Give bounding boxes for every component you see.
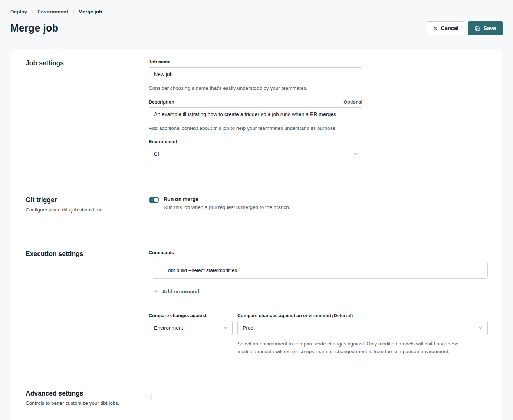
job-settings-heading: Job settings [26,59,149,67]
advanced-settings-heading: Advanced settings [26,390,149,397]
description-label: Description [149,99,174,105]
toggle-knob [154,198,158,202]
close-icon [433,26,438,31]
cancel-button-label: Cancel [441,25,459,31]
execution-settings-heading: Execution settings [26,250,149,258]
job-settings-body: Job name Consider choosing a name that's… [149,59,488,161]
drag-handle-icon[interactable] [157,267,164,273]
description-input[interactable] [149,107,362,121]
job-name-helper: Consider choosing a name that's easily u… [149,85,362,92]
breadcrumb-environment[interactable]: Environment [37,9,68,14]
environment-field-group: Environment CI [149,139,362,161]
command-row[interactable]: dbt build --select state:modified+ [152,262,488,279]
run-on-merge-toggle[interactable] [149,197,159,203]
git-trigger-header: Git trigger Configure when this job shou… [26,196,149,213]
run-on-merge-helper: Run this job when a pull request is merg… [164,204,290,210]
deferral-select[interactable]: Prod [237,321,488,335]
environment-label: Environment [149,139,177,144]
git-trigger-heading: Git trigger [26,196,149,204]
run-on-merge-text: Run on merge Run this job when a pull re… [164,196,290,210]
page-title: Merge job [10,23,58,34]
title-row: Merge job Cancel Save [10,21,503,35]
save-button[interactable]: Save [468,21,503,35]
commands-label: Commands [149,250,488,255]
cancel-button[interactable]: Cancel [426,21,466,35]
breadcrumb: Deploy Environment Merge job [10,9,503,14]
save-icon [475,26,480,31]
job-name-field-group: Job name Consider choosing a name that's… [149,59,362,92]
advanced-settings-subheading: Controls to better customize your dbt jo… [26,400,149,406]
advanced-settings-body [149,395,488,400]
run-on-merge-label: Run on merge [164,196,290,202]
chevron-right-icon [30,10,34,14]
chevron-down-icon [353,152,358,156]
section-git-trigger: Git trigger Configure when this job shou… [11,178,502,232]
execution-settings-header: Execution settings [26,250,149,356]
description-helper: Add additional context about this job to… [149,125,362,132]
description-optional-badge: Optional [343,99,362,105]
breadcrumb-deploy[interactable]: Deploy [10,9,27,14]
compare-grid: Compare changes against Environment Comp… [149,313,488,356]
compare-against-select[interactable]: Environment [149,321,233,335]
add-command-label: Add command [162,289,200,295]
chevron-right-icon[interactable] [149,395,488,400]
settings-card: Job settings Job name Consider choosing … [11,49,502,420]
git-trigger-subheading: Configure when this job should run. [26,207,149,213]
plus-icon [153,288,159,295]
page-header: Deploy Environment Merge job Merge job C… [10,9,503,35]
chevron-down-icon [479,326,483,330]
job-settings-header: Job settings [26,59,149,161]
deferral-select-value: Prod [243,325,254,331]
section-advanced-settings[interactable]: Advanced settings Controls to better cus… [11,374,502,420]
job-name-input[interactable] [149,67,362,81]
git-trigger-body: Run on merge Run this job when a pull re… [149,196,488,213]
deferral-field-group: Compare changes against an environment (… [237,313,488,356]
section-job-settings: Job settings Job name Consider choosing … [11,49,502,178]
execution-settings-body: Commands dbt build --select state:modifi… [149,250,488,356]
chevron-right-icon [72,10,75,14]
merge-job-page: Deploy Environment Merge job Merge job C… [0,0,513,420]
deferral-label: Compare changes against an environment (… [237,313,488,318]
run-on-merge-row: Run on merge Run this job when a pull re… [149,196,488,210]
deferral-helper: Select an environment to compare code ch… [237,340,478,356]
compare-against-select-value: Environment [154,325,183,331]
save-button-label: Save [483,25,496,31]
add-command-button[interactable]: Add command [153,288,200,295]
description-field-group: Description Optional Add additional cont… [149,99,362,132]
header-actions: Cancel Save [426,21,503,35]
compare-against-field-group: Compare changes against Environment [149,313,233,356]
compare-against-label: Compare changes against [149,313,233,318]
environment-select-value: CI [154,151,159,157]
chevron-down-icon [223,326,228,330]
environment-select[interactable]: CI [149,147,362,161]
job-name-label: Job name [149,59,170,65]
section-execution-settings: Execution settings Commands dbt build --… [11,232,502,374]
command-text: dbt build --select state:modified+ [168,268,240,273]
breadcrumb-merge-job: Merge job [79,9,102,14]
advanced-settings-header: Advanced settings Controls to better cus… [26,390,149,406]
